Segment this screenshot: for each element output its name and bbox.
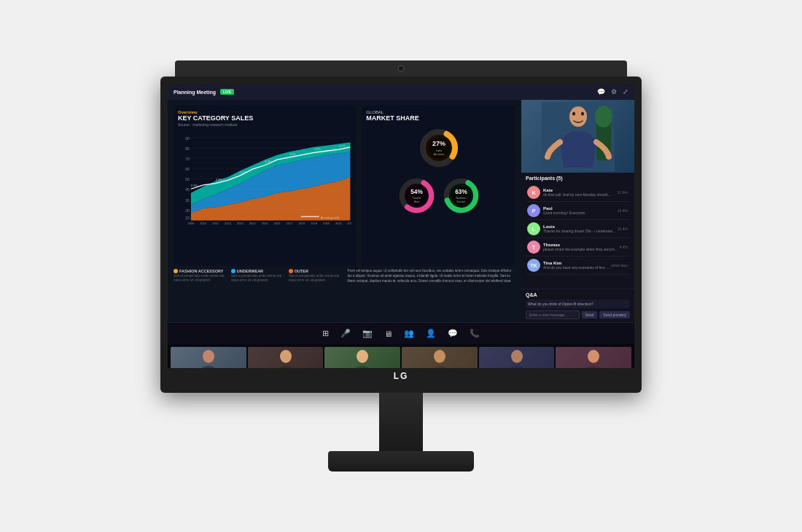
svg-point-73 — [434, 350, 445, 363]
monitor-bezel: Planning Meeting LIVE 💬 ⚙ ⤢ Overview — [160, 77, 642, 393]
avatar-thomas: T — [527, 240, 540, 254]
svg-text:40: 40 — [185, 187, 190, 192]
legend-item-fashion: FASHION ACCESSORY Sed ut perspiciatis un… — [174, 269, 227, 305]
legend-dot-underwear — [231, 269, 235, 273]
participant-item-thomas[interactable]: T Thomas please share the example when t… — [526, 238, 630, 257]
chat-toolbar-icon[interactable]: 💬 — [448, 329, 458, 338]
legend-name-underwear: UNDERWEAR — [231, 269, 284, 273]
donut-bottom-row: 54% Central Asia — [397, 176, 481, 216]
participant-left-paul: P Paul Good morning ! Everyone. — [527, 204, 618, 217]
avatar-louis: L — [527, 222, 540, 235]
svg-point-66 — [595, 106, 612, 128]
camera-icon[interactable]: 📷 — [362, 329, 373, 338]
svg-text:3.9%: 3.9% — [289, 152, 296, 155]
expand-icon[interactable]: ⤢ — [623, 88, 628, 95]
legend-name-fashion: FASHION ACCESSORY — [174, 269, 227, 273]
participant-item-paul[interactable]: P Paul Good morning ! Everyone. 11:44 › — [526, 202, 630, 220]
qa-section: Q&A What do you think of Option B direct… — [521, 289, 634, 322]
paragraph-text: Proin vel tempus augue. Ut sollicitudin … — [348, 269, 516, 283]
svg-text:2021: 2021 — [335, 222, 342, 224]
monitor: Planning Meeting LIVE 💬 ⚙ ⤢ Overview — [160, 60, 642, 472]
svg-point-71 — [280, 350, 292, 363]
svg-text:Annual growth: Annual growth — [321, 216, 340, 219]
strip-item-kai[interactable]: Kai ▾ — [479, 347, 555, 369]
avatar-paul: P — [527, 204, 540, 217]
participant-message-tina: And do you have any examples of first po… — [543, 265, 611, 270]
svg-text:2020: 2020 — [323, 222, 330, 224]
top-bar-right: 💬 ⚙ ⤢ — [597, 88, 628, 95]
legend-dot-outer — [289, 269, 293, 273]
svg-text:4.1%: 4.1% — [240, 170, 246, 173]
svg-point-69 — [581, 112, 584, 115]
text-content: FASHION ACCESSORY Sed ut perspiciatis un… — [174, 269, 515, 305]
strip-item-me[interactable]: Me / connected ▾ — [171, 347, 246, 369]
participant-info-paul: Paul Good morning ! Everyone. — [543, 206, 618, 215]
svg-point-68 — [572, 112, 575, 115]
svg-text:2016: 2016 — [274, 222, 281, 224]
qa-input-field[interactable] — [526, 310, 580, 319]
avatar-tina: TK — [527, 259, 540, 272]
key-category-chart: Overview KEY CATEGORY SALES Source : mar… — [174, 106, 356, 266]
settings-icon[interactable]: ⚙ — [611, 88, 617, 95]
participants-icon[interactable]: 👥 — [404, 329, 414, 338]
presentation-area: Overview KEY CATEGORY SALES Source : mar… — [168, 100, 521, 322]
svg-text:2013: 2013 — [237, 222, 244, 224]
participant-item-tina[interactable]: TK Tina Kim And do you have any examples… — [526, 257, 630, 275]
participant-message-paul: Good morning ! Everyone. — [543, 211, 618, 215]
chevron-right-paul: › — [626, 208, 628, 214]
legend-dot-fashion — [174, 269, 178, 273]
screen-share-icon[interactable]: 🖥 — [384, 329, 392, 338]
svg-text:2018: 2018 — [298, 222, 305, 224]
legend-desc-fashion: Sed ut perspiciatis unde omnis iste natu… — [174, 274, 227, 283]
participant-left-louis: L Louis Thanks for sharing those! Ofa - … — [527, 222, 618, 235]
legend-item-outer: OUTER Sed ut perspiciatis unde omnis ist… — [289, 269, 342, 305]
strip-item-louis[interactable]: Louis ▾ — [556, 347, 631, 369]
grid-view-icon[interactable]: ⊞ — [322, 329, 329, 338]
qa-input-row: Send Send privately — [526, 310, 630, 319]
svg-text:54%: 54% — [410, 189, 423, 195]
participant-info-kate: Kate do that yall. And by next Monday sh… — [543, 188, 618, 197]
strip-item-paul[interactable]: Paul ▾ — [248, 347, 324, 369]
chart-title: KEY CATEGORY SALES — [178, 114, 351, 122]
webcam-lens — [397, 65, 405, 72]
svg-text:4.9%: 4.9% — [265, 160, 271, 163]
meeting-title: Planning Meeting — [174, 90, 216, 95]
qa-question: What do you think of Option B direction? — [526, 300, 630, 308]
svg-text:2019: 2019 — [311, 222, 317, 224]
svg-text:Northern: Northern — [456, 197, 466, 200]
mic-icon[interactable]: 🎤 — [340, 329, 351, 338]
add-participant-icon[interactable]: 👤 — [426, 329, 436, 338]
svg-text:70: 70 — [185, 157, 190, 161]
end-call-icon[interactable]: 📞 — [470, 329, 480, 338]
legend-name-outer: OUTER — [289, 269, 342, 273]
svg-text:30: 30 — [185, 197, 190, 202]
strip-item-sara[interactable]: Sara ▾ — [402, 347, 478, 369]
participant-info-thomas: Thomas please share the example when the… — [543, 243, 620, 251]
participant-message-louis: Thanks for sharing those! Ofa - I unders… — [543, 229, 618, 233]
qa-send-button[interactable]: Send — [582, 311, 598, 318]
participant-message-kate: do that yall. And by next Monday should.… — [543, 192, 618, 197]
lg-logo: LG — [168, 368, 634, 383]
svg-text:10: 10 — [185, 216, 190, 220]
qa-title: Q&A — [526, 292, 630, 297]
toolbar: ⊞ 🎤 📷 🖥 👥 👤 💬 📞 — [168, 322, 634, 344]
svg-text:20: 20 — [185, 208, 190, 212]
svg-point-75 — [588, 350, 599, 363]
screen: Planning Meeting LIVE 💬 ⚙ ⤢ Overview — [168, 84, 634, 368]
participant-item-louis[interactable]: L Louis Thanks for sharing those! Ofa - … — [526, 220, 630, 238]
strip-item-kate[interactable]: Kate ▾ — [324, 347, 400, 369]
chevron-right-thomas: › — [626, 244, 628, 251]
chat-icon[interactable]: 💬 — [597, 88, 605, 95]
participant-left-tina: TK Tina Kim And do you have any examples… — [527, 259, 611, 272]
qa-send-private-button[interactable]: Send privately — [599, 311, 630, 318]
participants-section: Participants (5) K Kate do that yall. An… — [521, 173, 634, 289]
legend-desc-underwear: Sed ut perspiciatis unde omnis iste natu… — [231, 274, 284, 283]
chart-section: Overview KEY CATEGORY SALES Source : mar… — [174, 106, 515, 266]
participant-time-tina: yetsd day — [611, 263, 626, 267]
market-share-title: MARKET SHARE — [366, 114, 511, 122]
participant-time-louis: 11:44 — [618, 227, 627, 231]
webcam-bar — [175, 60, 627, 77]
participant-info-tina: Tina Kim And do you have any examples of… — [543, 261, 611, 270]
participant-item-kate[interactable]: K Kate do that yall. And by next Monday … — [526, 184, 630, 202]
donut-container: 27% Latin America — [366, 126, 511, 216]
